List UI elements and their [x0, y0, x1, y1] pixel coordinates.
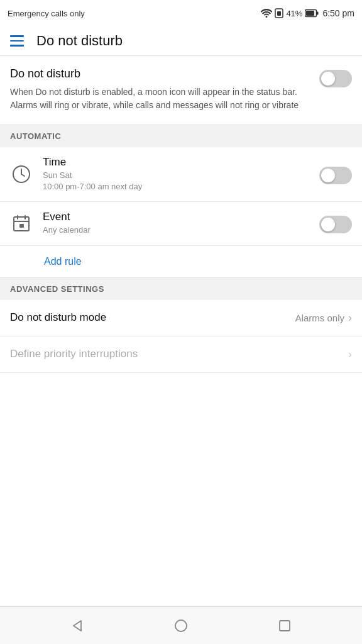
event-rule-item[interactable]: Event Any calendar: [0, 202, 362, 245]
dnd-section-title: Do not disturb: [10, 67, 309, 80]
time-rule-item[interactable]: Time Sun Sat10:00 pm-7:00 am next day: [0, 147, 362, 202]
status-emergency-text: Emergency calls only: [8, 9, 85, 18]
dnd-text-block: Do not disturb When Do not disturb is en…: [10, 67, 319, 112]
time-rule-subtitle: Sun Sat10:00 pm-7:00 am next day: [43, 170, 309, 192]
recents-button[interactable]: [272, 613, 297, 638]
dnd-section-description: When Do not disturb is enabled, a moon i…: [10, 86, 309, 112]
page-title: Do not disturb: [36, 33, 123, 49]
calendar-icon: [10, 212, 33, 235]
toolbar: Do not disturb: [0, 26, 362, 56]
svg-rect-1: [277, 11, 281, 16]
recents-icon: [278, 619, 291, 632]
dnd-toggle-section: Do not disturb When Do not disturb is en…: [0, 56, 362, 125]
status-bar: Emergency calls only 41% 6:50 pm: [0, 0, 362, 26]
dnd-mode-item[interactable]: Do not disturb mode Alarms only ›: [0, 300, 362, 336]
automatic-section-header: AUTOMATIC: [0, 125, 362, 147]
event-rule-text: Event Any calendar: [43, 211, 309, 236]
dnd-mode-value: Alarms only: [295, 313, 344, 323]
chevron-right-icon-2: ›: [348, 348, 352, 361]
add-rule-label: Add rule: [44, 256, 82, 267]
event-toggle[interactable]: [319, 216, 352, 233]
dnd-toggle[interactable]: [319, 70, 352, 87]
event-rule-title: Event: [43, 211, 309, 223]
home-button[interactable]: [168, 613, 194, 638]
svg-line-7: [21, 174, 25, 176]
battery-icon: [305, 9, 319, 18]
toggle-thumb: [321, 72, 335, 86]
svg-rect-4: [306, 11, 314, 16]
status-right-icons: 41% 6:50 pm: [261, 8, 354, 18]
main-content: Do not disturb When Do not disturb is en…: [0, 56, 362, 606]
priority-interruptions-item[interactable]: Define priority interruptions ›: [0, 336, 362, 373]
wifi-icon: [261, 9, 272, 18]
dnd-mode-label: Do not disturb mode: [10, 311, 106, 324]
add-rule-button[interactable]: Add rule: [0, 246, 362, 278]
svg-rect-3: [317, 12, 319, 15]
chevron-right-icon: ›: [348, 311, 352, 325]
clock-icon: [10, 163, 33, 186]
time-rule-text: Time Sun Sat10:00 pm-7:00 am next day: [43, 156, 309, 192]
home-icon: [174, 619, 188, 633]
svg-rect-12: [19, 224, 24, 228]
dnd-mode-right: Alarms only ›: [295, 311, 352, 325]
priority-interruptions-right: ›: [348, 348, 352, 361]
status-time: 6:50 pm: [322, 8, 354, 18]
time-rule-title: Time: [43, 156, 309, 169]
event-rule-subtitle: Any calendar: [43, 225, 309, 236]
advanced-section-header: ADVANCED SETTINGS: [0, 278, 362, 300]
priority-interruptions-label: Define priority interruptions: [10, 348, 138, 360]
back-button[interactable]: [65, 613, 90, 638]
svg-marker-13: [74, 621, 81, 631]
battery-percent: 41%: [286, 9, 302, 18]
svg-rect-15: [280, 621, 290, 631]
sim-icon: [275, 8, 283, 18]
svg-point-14: [175, 620, 187, 631]
menu-button[interactable]: [10, 35, 24, 47]
status-icons: 41%: [261, 8, 319, 18]
back-icon: [70, 619, 84, 633]
nav-bar: [0, 606, 362, 644]
time-toggle[interactable]: [319, 167, 352, 184]
